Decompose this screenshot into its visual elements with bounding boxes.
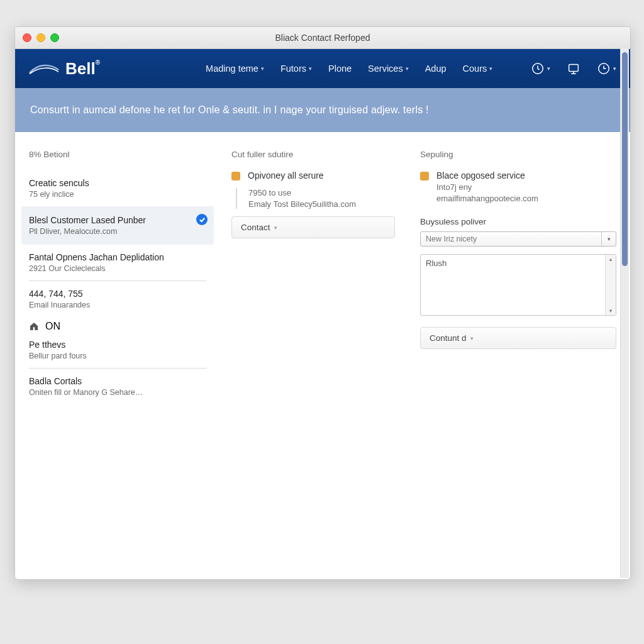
chevron-down-icon: ▾ xyxy=(489,65,492,72)
item-title: Blesl Customer Lased Punber xyxy=(29,215,206,225)
left-column: 8% Betionl Creatic senculs 75 ely inclic… xyxy=(29,150,206,557)
item-subtitle: 75 ely inclice xyxy=(29,190,206,199)
scroll-up-icon[interactable]: ▲ xyxy=(606,255,616,264)
home-label: ON xyxy=(45,321,60,332)
item-title: Badla Cortals xyxy=(29,376,206,386)
right-column: Sepuling Blace opgosed service Into7j en… xyxy=(420,150,616,557)
left-item-2[interactable]: Fantal Opnens Jachan Deplidation 2921 Ou… xyxy=(29,245,206,280)
brand-name: Bell xyxy=(65,59,96,78)
dropdown-placeholder: New Iriz nicety xyxy=(426,235,477,243)
selected-check-icon xyxy=(196,214,208,225)
chevron-down-icon: ▾ xyxy=(470,335,474,341)
device-icon[interactable] xyxy=(567,62,580,75)
chevron-down-icon: ▾ xyxy=(613,65,616,72)
nav-item-label: Cours xyxy=(463,64,487,74)
patthevs-item[interactable]: Pe tthevs Bellur pard fours xyxy=(29,332,206,368)
home-icon xyxy=(29,321,39,331)
item-subtitle: 2921 Our Cicleclecals xyxy=(29,264,206,273)
item-title: Creatic senculs xyxy=(29,178,206,188)
item-subtitle: Pll Dliver, Mealocute.com xyxy=(29,227,206,236)
titlebar: Bliack Contact Rerfoped xyxy=(15,27,630,49)
window-scrollbar[interactable] xyxy=(620,48,629,578)
card-line2: Emaly Tost Bilecy5uilitha.com xyxy=(248,199,395,209)
contact-button[interactable]: Contact ▾ xyxy=(231,216,395,238)
nav-item-label: Mading teme xyxy=(206,64,258,74)
nav-item-label: Services xyxy=(368,64,403,74)
nav-icons: ▾ ▾ xyxy=(531,62,616,75)
item-title: 444, 744, 755 xyxy=(29,289,206,299)
nav-item-label: Plone xyxy=(328,64,352,74)
poliver-label: Buysuless poliver xyxy=(420,217,616,226)
item-subtitle: Bellur pard fours xyxy=(29,352,206,360)
poliver-listbox[interactable]: Rlush ▲ ▼ xyxy=(420,254,616,316)
chevron-down-icon: ▾ xyxy=(601,232,616,246)
history-icon xyxy=(531,62,545,75)
window-title: Bliack Contact Rerfoped xyxy=(15,33,630,43)
nav-item-5[interactable]: Cours▾ xyxy=(463,64,493,74)
scroll-track[interactable] xyxy=(606,264,616,306)
navbar: Bell® Mading teme▾ Futors▾ Plone Service… xyxy=(15,49,630,88)
brand-trademark: ® xyxy=(96,59,100,66)
card-title: Blace opgosed service xyxy=(436,170,538,180)
card-line1: 7950 to use xyxy=(248,188,395,197)
left-heading: 8% Betionl xyxy=(29,150,206,159)
bell-swoosh-icon xyxy=(29,62,59,75)
scroll-down-icon[interactable]: ▼ xyxy=(606,306,616,315)
item-title: Fantal Opnens Jachan Deplidation xyxy=(29,252,206,262)
listbox-scrollbar[interactable]: ▲ ▼ xyxy=(605,255,616,315)
bada-item[interactable]: Badla Cortals Oniten fill or Manory G Se… xyxy=(29,368,206,404)
nav-item-label: Futors xyxy=(280,64,306,74)
clock-icon xyxy=(597,62,611,75)
mid-column: Cut fuller sdutire Opivoney all serure 7… xyxy=(231,150,395,557)
left-item-3[interactable]: 444, 744, 755 Email Inuarandes xyxy=(29,280,206,317)
banner-text: Consurtt in aumcal defone he ret for Onl… xyxy=(30,104,429,115)
app-window: Bliack Contact Rerfoped Bell® Mading tem… xyxy=(14,26,631,580)
button-label: Contunt d xyxy=(430,333,467,343)
left-item-0[interactable]: Creatic senculs 75 ely inclice xyxy=(29,170,206,206)
mid-heading: Cut fuller sdutire xyxy=(231,150,395,159)
card-line2: emailfimahangpootecie.com xyxy=(436,194,538,203)
mid-card-details: 7950 to use Emaly Tost Bilecy5uilitha.co… xyxy=(236,188,395,209)
nav-item-2[interactable]: Plone xyxy=(328,64,352,74)
main-content: 8% Betionl Creatic senculs 75 ely inclic… xyxy=(15,132,630,575)
nav-item-1[interactable]: Futors▾ xyxy=(280,64,312,74)
nav-item-3[interactable]: Services▾ xyxy=(368,64,409,74)
svg-rect-1 xyxy=(569,65,579,72)
chevron-down-icon: ▾ xyxy=(547,65,550,72)
nav-item-label: Adup xyxy=(425,64,447,74)
service-icon xyxy=(420,172,429,180)
chevron-down-icon: ▾ xyxy=(261,65,264,72)
left-item-1[interactable]: Blesl Customer Lased Punber Pll Dliver, … xyxy=(21,206,214,245)
poliver-dropdown[interactable]: New Iriz nicety ▾ xyxy=(420,231,616,247)
card-line1: Into7j eny xyxy=(436,182,538,192)
item-subtitle: Oniten fill or Manory G Sehare… xyxy=(29,388,206,397)
info-banner: Consurtt in aumcal defone he ret for Onl… xyxy=(15,88,630,132)
home-row[interactable]: ON xyxy=(29,321,206,332)
brand-logo[interactable]: Bell® xyxy=(29,59,100,79)
chevron-down-icon: ▾ xyxy=(309,65,312,72)
scrollbar-thumb[interactable] xyxy=(622,52,628,266)
chevron-down-icon: ▾ xyxy=(406,65,409,72)
contunt-button[interactable]: Contunt d ▾ xyxy=(420,327,616,349)
button-label: Contact xyxy=(241,223,270,232)
card-title: Opivoney all serure xyxy=(248,170,324,180)
mid-card: Opivoney all serure xyxy=(231,170,395,180)
nav-item-0[interactable]: Mading teme▾ xyxy=(206,64,264,74)
nav-history-menu[interactable]: ▾ xyxy=(531,62,550,75)
chevron-down-icon: ▾ xyxy=(274,225,277,231)
right-card: Blace opgosed service Into7j eny emailfi… xyxy=(420,170,616,203)
right-heading: Sepuling xyxy=(420,150,616,159)
service-icon xyxy=(231,172,240,180)
nav-items: Mading teme▾ Futors▾ Plone Services▾ Adu… xyxy=(206,64,492,74)
listbox-value: Rlush xyxy=(421,255,605,315)
nav-item-4[interactable]: Adup xyxy=(425,64,447,74)
item-subtitle: Email Inuarandes xyxy=(29,301,206,309)
nav-clock-menu[interactable]: ▾ xyxy=(597,62,616,75)
item-title: Pe tthevs xyxy=(29,340,206,350)
